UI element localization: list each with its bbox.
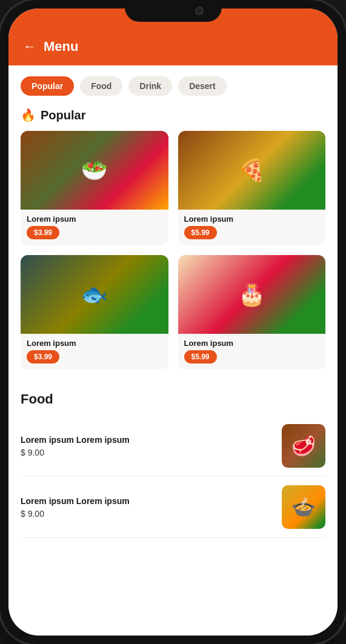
popular-item-1-image: 🥗 [21,131,168,210]
food-list-item-2-name: Lorem ipsum Lorem ipsum [21,496,273,506]
food-list-item-2-price: $ 9.00 [21,509,273,519]
food-section-title: Food [21,391,325,407]
popular-item-4-name: Lorem ipsum [178,334,326,350]
food-list-item-1-price: $ 9.00 [21,448,273,457]
popular-item-1[interactable]: 🥗 Lorem ipsum $3.99 [21,131,168,245]
food-list-item-1-name: Lorem ipsum Lorem ipsum [21,435,273,445]
popular-item-1-name: Lorem ipsum [21,210,168,226]
notch [125,0,222,22]
tab-food[interactable]: Food [80,76,122,96]
phone-frame: ← Menu Popular Food Drink Desert 🔥 Popul… [0,0,346,644]
content-area: Popular Food Drink Desert 🔥 Popular 🥗 Lo… [8,65,338,636]
popular-label: Popular [41,108,85,122]
food-section: Food Lorem ipsum Lorem ipsum $ 9.00 🥩 Lo… [8,382,338,544]
tab-desert[interactable]: Desert [178,76,227,96]
food-list-item-2-image: 🍲 [282,485,325,529]
food-list-item-2-info: Lorem ipsum Lorem ipsum $ 9.00 [21,496,273,519]
popular-item-3-image: 🐟 [21,255,168,334]
popular-item-4[interactable]: 🎂 Lorem ipsum $5.99 [178,255,326,370]
popular-item-2-price: $5.99 [184,226,217,239]
flame-icon: 🔥 [21,108,36,122]
popular-item-3-name: Lorem ipsum [21,334,168,350]
phone-screen: ← Menu Popular Food Drink Desert 🔥 Popul… [8,8,338,636]
popular-item-3-price: $3.99 [27,350,59,363]
tabs-bar: Popular Food Drink Desert [8,65,338,103]
camera [195,7,204,15]
back-button[interactable]: ← [23,39,36,55]
tab-popular[interactable]: Popular [21,76,74,96]
popular-item-2-image: 🍕 [178,131,326,210]
header-title: Menu [44,39,78,55]
popular-section-title: 🔥 Popular [8,103,338,131]
food-list-item-1-info: Lorem ipsum Lorem ipsum $ 9.00 [21,435,273,457]
popular-grid: 🥗 Lorem ipsum $3.99 🍕 Lorem ipsum $5.99 [8,131,338,382]
food-list-item-2[interactable]: Lorem ipsum Lorem ipsum $ 9.00 🍲 [21,477,325,538]
popular-item-2[interactable]: 🍕 Lorem ipsum $5.99 [178,131,326,245]
popular-item-1-price: $3.99 [27,226,59,239]
tab-drink[interactable]: Drink [128,76,172,96]
food-list-item-1-image: 🥩 [282,424,325,468]
popular-item-3[interactable]: 🐟 Lorem ipsum $3.99 [21,255,168,370]
popular-item-4-image: 🎂 [178,255,326,334]
popular-item-2-name: Lorem ipsum [178,210,326,226]
popular-item-4-price: $5.99 [184,350,217,363]
food-list-item-1[interactable]: Lorem ipsum Lorem ipsum $ 9.00 🥩 [21,416,325,477]
